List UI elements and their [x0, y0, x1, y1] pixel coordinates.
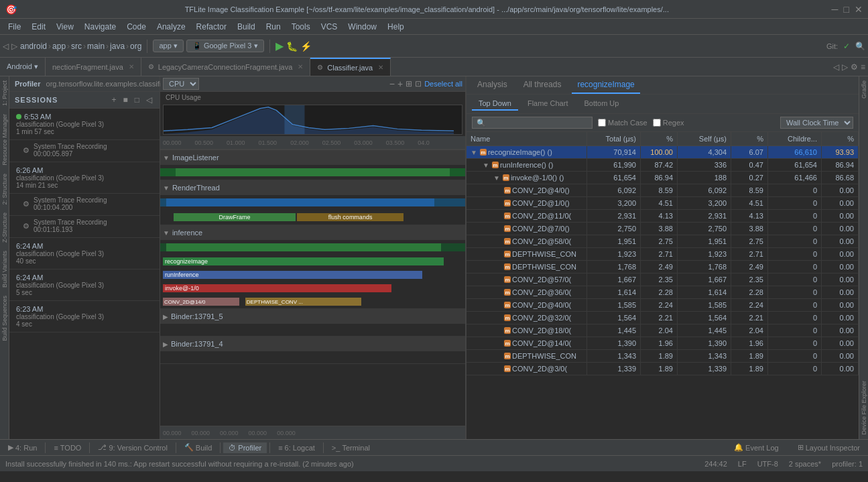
tab-all-threads[interactable]: All threads	[518, 76, 567, 94]
tab-nav-right[interactable]: ▷	[842, 62, 848, 72]
tool-terminal[interactable]: >_ Terminal	[326, 442, 375, 453]
tool-build[interactable]: 🔨 Build	[179, 442, 217, 453]
session-item-626[interactable]: 6:26 AM classification (Google Pixel 3) …	[9, 162, 160, 194]
tab-structure[interactable]: 2: Structure	[0, 170, 9, 209]
tab-more[interactable]: ≡	[861, 62, 865, 72]
session-sub-626-1[interactable]: ⚙ System Trace Recording 00:10:04.200	[9, 194, 160, 216]
tool-run[interactable]: ▶ 4: Run	[3, 442, 42, 453]
menu-navigate[interactable]: Navigate	[79, 21, 121, 33]
analysis-search-input[interactable]	[472, 117, 593, 129]
regex-option[interactable]: Regex	[653, 119, 684, 127]
tool-event-log[interactable]: 🔔 Event Log	[729, 442, 784, 453]
clock-select[interactable]: Wall Clock Time Thread Time	[780, 117, 853, 129]
debug-btn[interactable]: 🐛	[286, 41, 298, 52]
session-sub-653-1[interactable]: ⚙ System Trace Recording 00:00:05.897	[9, 140, 160, 162]
profile-btn[interactable]: ⚡	[300, 41, 312, 52]
menu-analyze[interactable]: Analyze	[151, 21, 191, 33]
app-dropdown[interactable]: app ▾	[153, 40, 183, 52]
session-item-624b[interactable]: 6:24 AM classification (Google Pixel 3) …	[9, 269, 160, 301]
view-tab-bottomup[interactable]: Bottom Up	[577, 97, 625, 111]
table-row-runinference[interactable]: ▼ m runInference() () 61,990 87.42 336 0…	[467, 159, 859, 172]
thread-header-imagelistener[interactable]: ▼ ImageListener	[160, 150, 465, 165]
tab-classifier[interactable]: ⚙ Classifier.java ✕	[310, 58, 391, 76]
zoom-in-btn[interactable]: +	[397, 78, 403, 89]
menu-window[interactable]: Window	[343, 21, 382, 33]
expand-recognize[interactable]: ▼	[471, 149, 477, 156]
tab-close-legacy[interactable]: ✕	[298, 63, 303, 70]
thread-header-binder4[interactable]: ▶ Binder:13791_4	[160, 337, 465, 351]
expand-session-btn[interactable]: □	[133, 95, 141, 105]
tab-nav-left[interactable]: ◁	[833, 62, 839, 72]
table-row-6[interactable]: m CONV_2D@7/0() 2,750 3.88 2,750 3.88 0 …	[467, 223, 859, 235]
table-row-invoke[interactable]: ▼ m invoke@-1/0() () 61,654 86.94 188 0.…	[467, 172, 859, 184]
maximize-btn[interactable]: □	[844, 4, 849, 15]
back-btn[interactable]: ◁	[3, 42, 9, 51]
close-btn[interactable]: ✕	[855, 4, 863, 15]
thread-header-inference[interactable]: ▼ inference	[160, 225, 465, 240]
device-dropdown[interactable]: 📱 Google Pixel 3 ▾	[186, 40, 264, 52]
table-row-12[interactable]: m CONV_2D@40/0( 1,585 2.24 1,585 2.24 0 …	[467, 299, 859, 312]
tool-profiler[interactable]: ⏱ Profiler	[223, 442, 267, 453]
table-row-11[interactable]: m CONV_2D@36/0( 1,614 2.28 1,614 2.28 0 …	[467, 286, 859, 299]
table-row-14[interactable]: m CONV_2D@18/0( 1,445 2.04 1,445 2.04 0 …	[467, 324, 859, 337]
menu-file[interactable]: File	[3, 21, 26, 33]
thread-header-binder5[interactable]: ▶ Binder:13791_5	[160, 309, 465, 324]
deselect-all-btn[interactable]: Deselect all	[424, 80, 462, 88]
zoom-out-btn[interactable]: −	[389, 78, 395, 89]
session-item-623[interactable]: 6:23 AM classification (Google Pixel 3) …	[9, 301, 160, 333]
nav-back-btn[interactable]: ◁	[144, 95, 154, 105]
breadcrumb-java[interactable]: java	[110, 42, 125, 51]
menu-run[interactable]: Run	[261, 21, 286, 33]
stop-session-btn[interactable]: ■	[121, 95, 130, 105]
table-row-8[interactable]: m DEPTHWISE_CON 1,923 2.71 1,923 2.71 0 …	[467, 248, 859, 261]
tab-z-structure[interactable]: Z-Structure	[0, 208, 9, 247]
session-item-653[interactable]: 6:53 AM classification (Google Pixel 3) …	[9, 109, 160, 140]
session-sub-626-2[interactable]: ⚙ System Trace Recording 00:01:16.193	[9, 216, 160, 238]
match-case-checkbox[interactable]	[598, 119, 606, 127]
table-row-16[interactable]: m DEPTHWISE_CON 1,343 1.89 1,343 1.89 0 …	[467, 350, 859, 363]
table-row-17[interactable]: m CONV_2D@3/0( 1,339 1.89 1,339 1.89 0 0…	[467, 363, 859, 375]
breadcrumb-main[interactable]: main	[87, 42, 105, 51]
thread-header-renderthread[interactable]: ▼ RenderThread	[160, 180, 465, 195]
table-row-recognize[interactable]: ▼ m recognizeImage() () 70,914 100.00 4,…	[467, 146, 859, 159]
window-controls[interactable]: ─ □ ✕	[832, 4, 863, 15]
tool-todo[interactable]: ≡ TODO	[48, 442, 86, 453]
breadcrumb-android[interactable]: android	[20, 42, 47, 51]
expand-runinference[interactable]: ▼	[483, 162, 489, 169]
table-row-7[interactable]: m CONV_2D@58/0( 1,951 2.75 1,951 2.75 0 …	[467, 235, 859, 248]
cpu-dropdown[interactable]: CPU	[163, 78, 199, 90]
table-row-15[interactable]: m CONV_2D@14/0( 1,390 1.96 1,390 1.96 0 …	[467, 337, 859, 350]
tool-layout-inspector[interactable]: ⊞ Layout Inspector	[792, 442, 865, 453]
tab-gradle[interactable]: Gradle	[859, 76, 868, 103]
breadcrumb-app[interactable]: app	[52, 42, 66, 51]
minimize-btn[interactable]: ─	[832, 4, 839, 15]
git-check[interactable]: ✓	[843, 42, 850, 51]
tab-resource-manager[interactable]: Resource Manager	[0, 110, 9, 170]
tab-analysis[interactable]: Analysis	[472, 76, 513, 94]
menu-vcs[interactable]: VCS	[316, 21, 343, 33]
table-row-13[interactable]: m CONV_2D@32/0( 1,564 2.21 1,564 2.21 0 …	[467, 312, 859, 324]
frame-btn[interactable]: ⊡	[415, 79, 422, 88]
breadcrumb-src[interactable]: src	[71, 42, 82, 51]
android-tab[interactable]: Android ▾	[3, 62, 42, 71]
table-row-3[interactable]: m CONV_2D@4/0() 6,092 8.59 6,092 8.59 0 …	[467, 184, 859, 197]
fit-btn[interactable]: ⊞	[406, 79, 412, 88]
tab-project[interactable]: 1: Project	[0, 76, 9, 110]
match-case-option[interactable]: Match Case	[598, 119, 647, 127]
menu-code[interactable]: Code	[121, 21, 151, 33]
menu-tools[interactable]: Tools	[286, 21, 316, 33]
expand-invoke[interactable]: ▼	[493, 174, 500, 182]
table-row-5[interactable]: m CONV_2D@11/0( 2,931 4.13 2,931 4.13 0 …	[467, 210, 859, 223]
tab-device-file-explorer[interactable]: Device File Explorer	[859, 377, 868, 439]
menu-edit[interactable]: Edit	[26, 21, 51, 33]
run-btn[interactable]: ▶	[275, 40, 284, 52]
tab-build-variants[interactable]: Build Variants	[0, 247, 9, 292]
search-everywhere-btn[interactable]: 🔍	[855, 42, 865, 51]
tab-close-connection[interactable]: ✕	[129, 63, 134, 70]
tab-connection-fragment[interactable]: nectionFragment.java ✕	[46, 58, 141, 76]
forward-btn[interactable]: ▷	[11, 42, 17, 51]
tab-legacy-camera[interactable]: ⚙ LegacyCameraConnectionFragment.java ✕	[141, 58, 311, 76]
tab-recognize-image[interactable]: recognizeImage	[572, 76, 639, 94]
menu-help[interactable]: Help	[382, 21, 410, 33]
table-row-10[interactable]: m CONV_2D@57/0( 1,667 2.35 1,667 2.35 0 …	[467, 274, 859, 286]
